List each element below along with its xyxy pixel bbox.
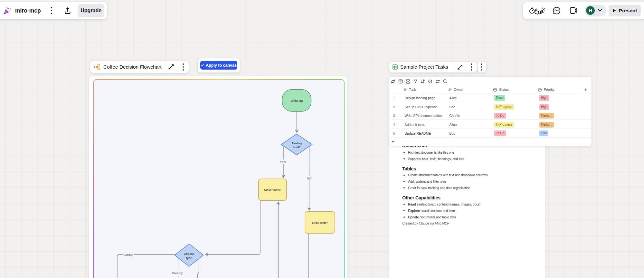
svg-text:YES: YES [280,160,286,164]
svg-text:type: type [186,256,192,260]
svg-text:Strong: Strong [124,253,133,256]
svg-text:Wake up: Wake up [291,99,303,102]
svg-text:Drink water: Drink water [312,221,327,225]
svg-text:Make coffee: Make coffee [264,188,281,192]
svg-text:Feeling: Feeling [292,141,302,145]
svg-text:Creamy: Creamy [172,271,183,275]
svg-text:tired?: tired? [293,145,301,149]
svg-text:Choose: Choose [184,252,194,255]
svg-text:NO: NO [307,177,311,180]
